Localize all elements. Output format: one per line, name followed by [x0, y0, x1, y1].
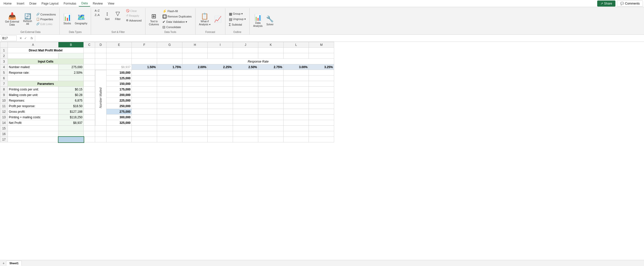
filter-button[interactable]: ▽ Filter — [113, 9, 123, 22]
cell-C13[interactable] — [84, 115, 95, 120]
cell-D8[interactable] — [95, 87, 106, 92]
ungroup-button[interactable]: ▤ Ungroup ▾ — [227, 17, 247, 22]
cell-M16[interactable] — [309, 131, 334, 137]
properties-button[interactable]: 📋 Properties — [35, 17, 57, 21]
comments-button[interactable]: 💬 Comments — [617, 1, 643, 7]
cell-E7[interactable]: 150,000 — [106, 81, 132, 87]
cell-J13[interactable] — [233, 115, 258, 120]
cell-F17[interactable] — [132, 137, 157, 142]
cell-B4[interactable]: 275,000 — [58, 64, 84, 70]
cell-C8[interactable] — [84, 87, 95, 92]
cell-L10[interactable] — [284, 98, 309, 103]
cell-D5[interactable] — [95, 70, 106, 75]
col-header-L[interactable]: L — [284, 42, 309, 48]
cell-B13[interactable]: $118,250 — [58, 115, 84, 120]
cell-C17[interactable] — [84, 137, 95, 142]
cell-F11[interactable] — [132, 103, 157, 109]
menu-item-view[interactable]: View — [105, 1, 117, 6]
cell-H10[interactable] — [182, 98, 208, 103]
cell-M5[interactable] — [309, 70, 334, 75]
cell-D2[interactable] — [95, 53, 106, 59]
reapply-button[interactable]: ↺ Reapply — [124, 13, 143, 18]
cell-G5[interactable] — [157, 70, 182, 75]
cell-H1[interactable] — [182, 48, 208, 53]
cell-E16[interactable] — [106, 131, 132, 137]
cell-B11[interactable]: $18.50 — [58, 103, 84, 109]
row-header-1[interactable]: 1 — [0, 48, 8, 53]
row-header-5[interactable]: 5 — [0, 70, 8, 75]
cell-B10[interactable]: 6,875 — [58, 98, 84, 103]
row-header-4[interactable]: 4 — [0, 64, 8, 70]
cell-F16[interactable] — [132, 131, 157, 137]
cell-B14[interactable]: $8,937 — [58, 120, 84, 126]
cell-L7[interactable] — [284, 81, 309, 87]
col-header-G[interactable]: G — [157, 42, 182, 48]
cell-I12[interactable] — [208, 109, 233, 115]
cell-E9[interactable]: 200,000 — [106, 92, 132, 98]
cell-A14[interactable]: Net Profit — [8, 120, 58, 126]
formula-input[interactable] — [35, 36, 643, 41]
cell-H4[interactable]: 2.00% — [182, 64, 208, 70]
cell-E13[interactable]: 300,000 — [106, 115, 132, 120]
cell-H7[interactable] — [182, 81, 208, 87]
cell-E6[interactable]: 125,000 — [106, 75, 132, 81]
col-header-I[interactable]: I — [208, 42, 233, 48]
cell-F13[interactable] — [132, 115, 157, 120]
cell-M10[interactable] — [309, 98, 334, 103]
cell-F8[interactable] — [132, 87, 157, 92]
row-header-11[interactable]: 11 — [0, 103, 8, 109]
cell-K16[interactable] — [258, 131, 284, 137]
cell-L5[interactable] — [284, 70, 309, 75]
menu-item-pagelayout[interactable]: Page Layout — [39, 1, 61, 6]
cell-D6[interactable] — [95, 75, 106, 81]
menu-item-home[interactable]: Home — [1, 1, 14, 6]
cell-F10[interactable] — [132, 98, 157, 103]
cell-L1[interactable] — [284, 48, 309, 53]
cell-E2[interactable] — [106, 53, 132, 59]
sort-az-button[interactable]: A↑Z — [93, 9, 101, 13]
cell-J12[interactable] — [233, 109, 258, 115]
cell-E10[interactable]: 225,000 — [106, 98, 132, 103]
cell-D7[interactable] — [95, 81, 106, 87]
cell-J15[interactable] — [233, 126, 258, 131]
cell-K14[interactable] — [258, 120, 284, 126]
remove-duplicates-button[interactable]: 🔲 Remove Duplicates — [161, 14, 193, 19]
sort-button[interactable]: ↕️ Sort — [102, 9, 112, 22]
cell-D16[interactable] — [95, 131, 106, 137]
connections-button[interactable]: 🔗 Connections — [35, 12, 57, 16]
data-validation-button[interactable]: ✔ Data Validation ▾ — [161, 19, 193, 24]
cell-A5[interactable]: Response rate: — [8, 70, 58, 75]
cell-I10[interactable] — [208, 98, 233, 103]
cell-C9[interactable] — [84, 92, 95, 98]
cell-I15[interactable] — [208, 126, 233, 131]
clear-button[interactable]: 🚫 Clear — [124, 9, 143, 13]
cell-H13[interactable] — [182, 115, 208, 120]
cell-M7[interactable] — [309, 81, 334, 87]
cell-H8[interactable] — [182, 87, 208, 92]
cell-H3[interactable]: Response Rate — [182, 59, 334, 64]
cell-G9[interactable] — [157, 92, 182, 98]
cell-J4[interactable]: 2.50% — [233, 64, 258, 70]
cell-B8[interactable]: $0.15 — [58, 87, 84, 92]
cell-I5[interactable] — [208, 70, 233, 75]
cell-E1[interactable] — [106, 48, 132, 53]
cell-H2[interactable] — [182, 53, 208, 59]
cell-G14[interactable] — [157, 120, 182, 126]
cell-G2[interactable] — [157, 53, 182, 59]
cell-D4[interactable] — [95, 64, 106, 70]
cell-F6[interactable] — [132, 75, 157, 81]
cell-I2[interactable] — [208, 53, 233, 59]
cell-M12[interactable] — [309, 109, 334, 115]
cell-G16[interactable] — [157, 131, 182, 137]
flash-fill-button[interactable]: ⚡ Flash-fill — [161, 9, 193, 14]
cell-E14[interactable]: 325,000 — [106, 120, 132, 126]
menu-item-data[interactable]: Data — [79, 1, 90, 7]
cell-J6[interactable] — [233, 75, 258, 81]
cell-B9[interactable]: $0.28 — [58, 92, 84, 98]
cell-G11[interactable] — [157, 103, 182, 109]
cell-K13[interactable] — [258, 115, 284, 120]
cell-D10[interactable] — [95, 98, 106, 103]
col-header-E[interactable]: E — [106, 42, 132, 48]
col-header-B[interactable]: B — [58, 42, 84, 48]
cell-K2[interactable] — [258, 53, 284, 59]
